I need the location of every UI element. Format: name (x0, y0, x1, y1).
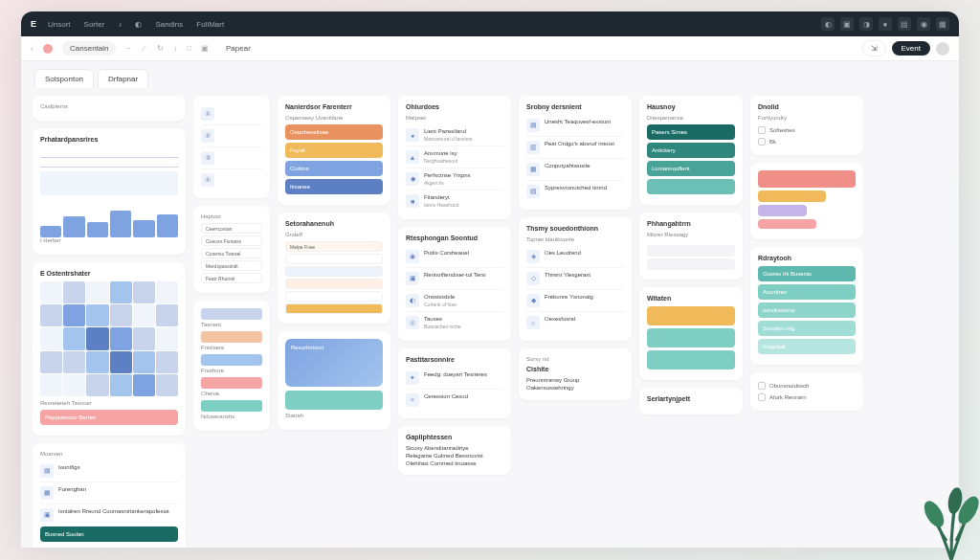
checkbox-icon[interactable] (758, 138, 766, 146)
topbar-icon[interactable]: ◑ (859, 17, 873, 31)
teal-row[interactable]: Antickery (647, 143, 735, 158)
menu-icon[interactable]: ♪ (118, 20, 122, 29)
color-row[interactable]: Ciultins (285, 161, 383, 176)
stack-item[interactable] (201, 331, 262, 343)
tab[interactable]: Drfapnar (98, 69, 148, 88)
list-item[interactable]: ◆Frébunre Ysnonalg (526, 290, 624, 312)
toolbar-tab[interactable]: Papear (218, 41, 258, 56)
list-item[interactable]: ▦Forenghan (40, 482, 178, 504)
list-item[interactable]: ●Lient PazesilandMascanrural d fansicre (406, 124, 503, 146)
list-item-active[interactable]: Busned Soulan (40, 526, 178, 542)
checkbox-icon[interactable] (758, 126, 766, 134)
list-item[interactable]: ▧Sypresvronutched ttmnd (526, 181, 624, 202)
list-item[interactable] (285, 291, 383, 302)
avatar[interactable] (936, 42, 949, 56)
menu-icon[interactable]: ◐ (135, 20, 142, 29)
list-item[interactable]: Cueusn Fsnsass (201, 235, 262, 246)
list-item[interactable]: ① (201, 103, 262, 125)
list-item[interactable]: ■Fitanderytbems Heashond (406, 190, 503, 212)
menu-item[interactable]: FullMart (196, 20, 224, 29)
topbar-icon[interactable]: ▣ (840, 17, 854, 31)
list-item[interactable]: Merdspasstintlt (201, 260, 262, 271)
list-item[interactable]: ✧Ceression Cesud (406, 390, 503, 411)
list-item[interactable]: Datashanct minn — heckouten (40, 545, 178, 548)
list-item[interactable]: ○Oexesfosral (526, 312, 624, 333)
list-item[interactable]: ▣Rentsriftendiser-tol Tersi (406, 268, 503, 290)
teal-row[interactable] (647, 179, 735, 194)
list-item[interactable] (285, 279, 383, 289)
toolbar-icon[interactable]: ↻ (157, 44, 164, 53)
stack-item[interactable] (201, 377, 262, 389)
list-item[interactable] (285, 266, 383, 277)
topbar-icon[interactable]: ▦ (936, 17, 949, 31)
list-item[interactable]: ▲Anumune isyNerghsathesout (406, 146, 503, 168)
topbar-icon[interactable]: ◉ (917, 17, 930, 31)
toolbar-icon[interactable]: □ (187, 44, 191, 53)
topbar-icon[interactable]: ● (879, 17, 892, 31)
toolbar-icon[interactable]: ▣ (201, 44, 209, 53)
event-button[interactable]: Event (892, 41, 930, 56)
stack-item[interactable] (201, 354, 262, 366)
teal-row[interactable]: Pasers Simes (647, 124, 735, 140)
list-item[interactable]: ◎TausesBoacached rsche (406, 312, 503, 333)
checkbox-row[interactable]: Obunsnoidssch (758, 380, 856, 392)
list-item[interactable]: Melpe Fuse (285, 241, 383, 252)
list-item[interactable]: ◇Thrwnt Yiesgeraxt (526, 268, 624, 290)
teal-row[interactable]: Lumannooflent (647, 161, 735, 176)
stack-item[interactable] (201, 400, 262, 412)
block[interactable] (647, 306, 735, 325)
color-bar[interactable] (758, 170, 856, 188)
list-item[interactable]: ◉Putils Corsheauel (406, 246, 503, 268)
tab[interactable]: Solsponton (34, 69, 94, 88)
toolbar-icon[interactable]: ⟋ (140, 44, 147, 53)
color-bar[interactable] (758, 219, 816, 229)
teal-item[interactable]: Surolan usig (758, 321, 856, 336)
list-item[interactable] (285, 254, 383, 264)
block[interactable] (647, 328, 735, 347)
color-bar[interactable] (758, 190, 826, 202)
menu-item[interactable]: Unsort (48, 20, 71, 29)
list-item[interactable]: ④ (201, 169, 262, 190)
list-item[interactable]: ▦Conputyahtwusite (526, 159, 624, 181)
list-item[interactable]: ② (201, 125, 262, 147)
footer-pill[interactable]: Pappidesaar Berner (40, 410, 178, 425)
teal-item[interactable]: Gosres thi Buseras (758, 266, 856, 281)
toolbar-icon[interactable]: ↓ (173, 44, 177, 53)
list-item[interactable]: Featr Rhomel (201, 273, 262, 283)
toolbar-icon[interactable]: ~ (125, 44, 130, 53)
color-bar[interactable] (758, 205, 807, 216)
export-button[interactable]: ⇲ (862, 40, 886, 56)
list-item[interactable]: ◈Oes Leudrend (526, 246, 624, 268)
list-item[interactable]: ▤Unesht Teaquvesf-exstum (526, 115, 624, 137)
toolbar-tab[interactable]: Cansentain (62, 41, 116, 56)
list-item[interactable]: ▥Peat Ordgo's absnof nreust (526, 137, 624, 159)
teal-item[interactable]: Aconitren (758, 284, 856, 300)
list-item[interactable]: Curernio Twanel (201, 248, 262, 258)
list-item[interactable]: ◆Perfsctnse YntpnsAkgen hs (406, 168, 503, 190)
color-row[interactable]: Fsyoit (285, 143, 383, 158)
list-item[interactable]: ▤Iountfigs (40, 460, 178, 482)
brand-logo[interactable]: E (31, 19, 36, 29)
list-item[interactable]: ◐OnssistsbileCorfenlt of hoei (406, 290, 503, 312)
list-item[interactable]: Ceerrcontan (201, 223, 262, 234)
list-item[interactable]: ▣Isntalren Rreund Coumasniriankerapofesi… (40, 504, 178, 526)
teal-item[interactable]: Iüsigritall (758, 339, 856, 354)
color-row[interactable]: Iksanee (285, 179, 383, 194)
checkbox-row[interactable]: Softeshes (758, 124, 856, 136)
checkbox-icon[interactable] (758, 382, 766, 390)
checkbox-row[interactable]: Bk (758, 136, 856, 147)
list-item[interactable]: ✦Feedg: doeyari Tesneres (406, 368, 503, 390)
topbar-icon[interactable]: ◐ (821, 17, 835, 31)
block[interactable] (647, 350, 735, 370)
menu-item[interactable]: Sorter (84, 20, 105, 29)
checkbox-row[interactable]: Afork Rennarn (758, 392, 856, 403)
color-row[interactable]: Ostarbeseltcee (285, 124, 383, 140)
list-item[interactable] (285, 303, 383, 314)
topbar-icon[interactable]: ▤ (898, 17, 911, 31)
teal-item[interactable]: sondtostsmy (758, 302, 856, 318)
stack-item[interactable] (201, 308, 262, 320)
menu-item[interactable]: Sandins (155, 20, 183, 29)
gradient-panel[interactable]: Resorhntsrut (285, 339, 383, 387)
checkbox-icon[interactable] (758, 393, 766, 401)
back-icon[interactable]: ‹ (31, 44, 33, 54)
